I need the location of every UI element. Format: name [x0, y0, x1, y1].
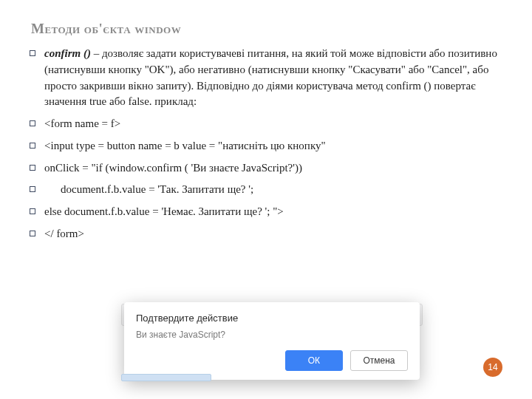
- list-item: document.f.b.value = 'Так. Запитати ще? …: [27, 182, 501, 198]
- code-line: document.f.b.value = 'Так. Запитати ще? …: [44, 182, 253, 198]
- browser-bar-ghost: [121, 374, 211, 381]
- code-line: else document.f.b.value = 'Немає. Запита…: [44, 205, 284, 217]
- ok-button[interactable]: ОК: [285, 350, 343, 371]
- cancel-button[interactable]: Отмена: [350, 350, 408, 371]
- code-line: <input type = button name = b value = "н…: [44, 140, 326, 151]
- keyword-confirm: confirm (): [44, 47, 91, 59]
- list-item: <form name = f>: [27, 116, 501, 132]
- bullet-list: confirm () – дозволяє задати користуваче…: [27, 46, 505, 242]
- code-line: </ form>: [44, 228, 84, 239]
- code-line: <form name = f>: [44, 117, 120, 129]
- list-item: <input type = button name = b value = "н…: [27, 138, 501, 154]
- dialog-button-row: ОК Отмена: [136, 350, 408, 371]
- list-item: </ form>: [27, 226, 501, 242]
- list-item: onClick = "if (window.confirm ( 'Ви знає…: [27, 160, 501, 177]
- dialog-screenshot: × Подтвердите действие Ви знаєте JavaScr…: [124, 302, 420, 380]
- text: – дозволяє задати користувачеві питання,…: [44, 47, 497, 107]
- code-line: onClick = "if (window.confirm ( 'Ви знає…: [44, 162, 302, 174]
- dialog-title: Подтвердите действие: [136, 313, 408, 324]
- page-number-badge: 14: [483, 358, 502, 377]
- list-item: confirm () – дозволяє задати користуваче…: [27, 46, 501, 110]
- dialog-message: Ви знаєте JavaScript?: [136, 330, 408, 340]
- confirm-dialog: Подтвердите действие Ви знаєте JavaScrip…: [124, 302, 420, 380]
- slide-title: Методи об'єкта window: [31, 21, 505, 37]
- list-item: else document.f.b.value = 'Немає. Запита…: [27, 204, 501, 220]
